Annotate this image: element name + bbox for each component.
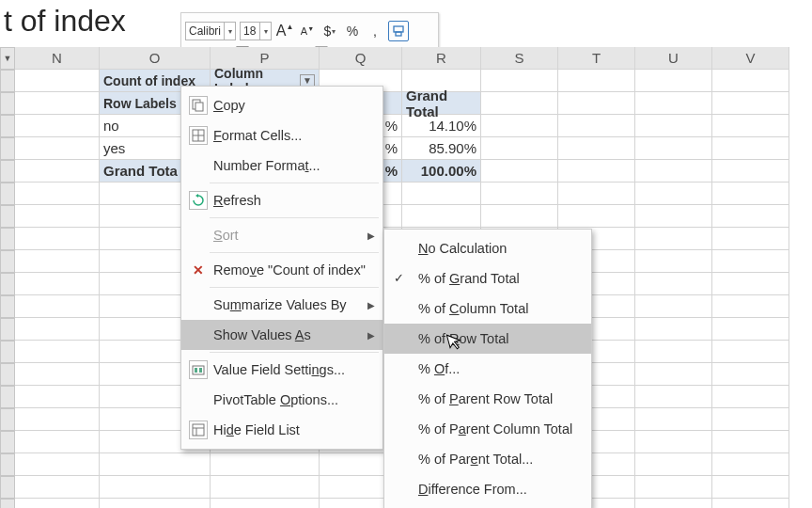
cell[interactable]: [712, 431, 789, 453]
cell[interactable]: [712, 70, 789, 92]
menu-hide-field-list[interactable]: Hide Field List: [181, 415, 383, 445]
cell[interactable]: [712, 386, 789, 408]
row-header[interactable]: [0, 363, 15, 386]
cell[interactable]: [15, 476, 100, 499]
currency-dropdown[interactable]: $▾: [320, 22, 339, 40]
cell[interactable]: [15, 115, 100, 137]
menu-remove[interactable]: ✕ Remove "Count of index": [181, 255, 383, 285]
cell[interactable]: [15, 363, 100, 386]
pivot-value[interactable]: 100.00%: [402, 160, 481, 183]
cell[interactable]: [635, 92, 712, 115]
row-header[interactable]: [0, 228, 15, 250]
cell[interactable]: [712, 137, 789, 160]
pivot-grand-total-col[interactable]: Grand Total: [402, 92, 481, 115]
cell[interactable]: [211, 453, 320, 476]
submenu-pct-parent-column-total[interactable]: % of Parent Column Total: [384, 414, 591, 444]
cell[interactable]: [15, 183, 100, 205]
cell[interactable]: [712, 183, 789, 205]
menu-show-values-as[interactable]: Show Values As ▶: [181, 320, 383, 350]
cell[interactable]: [635, 386, 712, 408]
column-header-O[interactable]: O: [100, 47, 211, 70]
cell[interactable]: [558, 137, 635, 160]
row-header[interactable]: [0, 499, 15, 508]
cell[interactable]: [712, 408, 789, 431]
column-header-R[interactable]: R: [402, 47, 481, 70]
cell[interactable]: [100, 453, 211, 476]
menu-number-format[interactable]: Number Format...: [181, 151, 383, 181]
row-header[interactable]: [0, 137, 15, 160]
cell[interactable]: [481, 92, 558, 115]
cell[interactable]: [15, 250, 100, 273]
submenu-pct-column-total[interactable]: % of Column Total: [384, 294, 591, 324]
cell[interactable]: [712, 341, 789, 363]
cell[interactable]: [100, 476, 211, 499]
cell[interactable]: [15, 453, 100, 476]
cell[interactable]: [635, 137, 712, 160]
cell[interactable]: [15, 295, 100, 318]
cell[interactable]: [635, 476, 712, 499]
row-header[interactable]: [0, 205, 15, 228]
cell[interactable]: [635, 228, 712, 250]
column-header-V[interactable]: V: [712, 47, 789, 70]
cell[interactable]: [712, 160, 789, 183]
cell[interactable]: [712, 250, 789, 273]
cell[interactable]: [712, 228, 789, 250]
row-header[interactable]: [0, 183, 15, 205]
row-header[interactable]: [0, 431, 15, 453]
menu-format-cells[interactable]: Format Cells...: [181, 120, 383, 151]
cell[interactable]: [481, 70, 558, 92]
row-header[interactable]: [0, 318, 15, 341]
cell[interactable]: [15, 499, 100, 508]
cell[interactable]: [635, 70, 712, 92]
row-header[interactable]: [0, 408, 15, 431]
cell[interactable]: [558, 160, 635, 183]
cell[interactable]: [712, 115, 789, 137]
cell[interactable]: [712, 363, 789, 386]
cell[interactable]: [712, 295, 789, 318]
cell[interactable]: [558, 115, 635, 137]
pivot-value[interactable]: 14.10%: [402, 115, 481, 137]
column-header-T[interactable]: T: [558, 47, 635, 70]
cell[interactable]: [15, 408, 100, 431]
row-header[interactable]: [0, 476, 15, 499]
row-header[interactable]: [0, 250, 15, 273]
cell[interactable]: [211, 499, 320, 508]
font-size-dropdown[interactable]: 18 ▾: [240, 22, 272, 40]
row-header[interactable]: [0, 160, 15, 183]
submenu-pct-of[interactable]: % Of...: [384, 354, 591, 384]
cell[interactable]: [15, 341, 100, 363]
menu-sort[interactable]: Sort ▶: [181, 220, 383, 250]
row-header[interactable]: [0, 92, 15, 115]
cell[interactable]: [481, 205, 558, 228]
select-all-cell[interactable]: ▼: [0, 47, 15, 70]
cell[interactable]: [635, 499, 712, 508]
submenu-no-calculation[interactable]: No Calculation: [384, 233, 591, 263]
format-painter-icon[interactable]: [388, 21, 409, 41]
row-header[interactable]: [0, 70, 15, 92]
comma-style-icon[interactable]: ,: [366, 22, 384, 40]
cell[interactable]: [635, 453, 712, 476]
menu-refresh[interactable]: Refresh: [181, 185, 383, 215]
cell[interactable]: [402, 205, 481, 228]
cell[interactable]: [712, 499, 789, 508]
font-name-dropdown[interactable]: Calibri ▾: [185, 22, 236, 40]
cell[interactable]: [15, 205, 100, 228]
cell[interactable]: [558, 92, 635, 115]
submenu-pct-row-total[interactable]: % of Row Total: [384, 324, 591, 354]
cell[interactable]: [15, 318, 100, 341]
row-header[interactable]: [0, 386, 15, 408]
cell[interactable]: [712, 476, 789, 499]
cell[interactable]: [635, 160, 712, 183]
cell[interactable]: [635, 341, 712, 363]
cell[interactable]: [481, 183, 558, 205]
cell[interactable]: [635, 250, 712, 273]
row-header[interactable]: [0, 341, 15, 363]
row-header[interactable]: [0, 115, 15, 137]
submenu-difference-from[interactable]: Difference From...: [384, 474, 591, 504]
cell[interactable]: [635, 273, 712, 295]
column-header-N[interactable]: N: [15, 47, 100, 70]
submenu-pct-parent-row-total[interactable]: % of Parent Row Total: [384, 384, 591, 414]
cell[interactable]: [481, 160, 558, 183]
cell[interactable]: [712, 453, 789, 476]
cell[interactable]: [15, 431, 100, 453]
